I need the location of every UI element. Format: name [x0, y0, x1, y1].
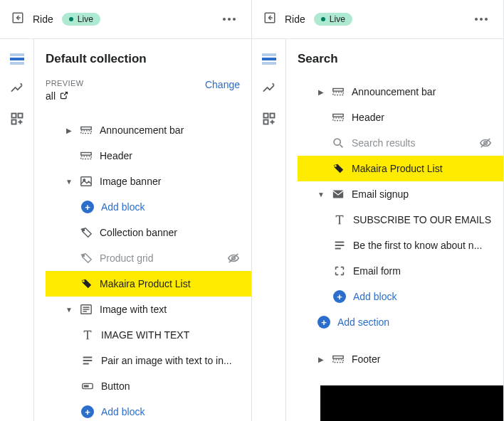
section-icon — [80, 149, 93, 162]
tree-item[interactable]: ▼Email signup — [298, 181, 503, 207]
svg-rect-5 — [81, 131, 91, 134]
theme-settings-icon[interactable] — [262, 82, 276, 96]
chevron-down-icon[interactable]: ▼ — [317, 191, 325, 198]
tree-item-label: Email signup — [352, 188, 492, 200]
tree-item[interactable]: ▶Search results — [298, 130, 503, 156]
hidden-icon[interactable] — [479, 137, 492, 149]
left-pane: RideLive Default collection PREVIEW all — [0, 0, 252, 421]
exit-icon[interactable] — [263, 11, 276, 27]
tree-item-label: Announcement bar — [100, 124, 240, 136]
svg-point-10 — [83, 229, 84, 230]
svg-rect-21 — [333, 89, 343, 92]
svg-rect-24 — [333, 118, 343, 121]
tree-item[interactable]: Pair an image with text to in... — [46, 348, 251, 373]
sections-icon[interactable] — [10, 52, 24, 66]
tree-item[interactable]: ▶Makaira Product List — [298, 156, 503, 181]
tree-item[interactable]: +Add block — [46, 194, 251, 220]
svg-rect-2 — [18, 114, 22, 118]
tree-item-label: Makaira Product List — [100, 278, 240, 289]
theme-title: Ride — [285, 14, 305, 25]
tree-item-label: Image with text — [100, 304, 240, 315]
right-tree-content[interactable]: Search ▶Announcement bar▶Header▶Search r… — [286, 39, 503, 421]
tree-item[interactable]: Be the first to know about n... — [298, 233, 503, 258]
chevron-right-icon[interactable]: ▶ — [317, 88, 325, 96]
theme-title: Ride — [33, 14, 53, 25]
tree-item[interactable]: ▶Announcement bar — [46, 117, 251, 143]
tree-item-label: Collection banner — [100, 227, 240, 238]
tree-item-label: Header — [100, 150, 240, 161]
sections-icon[interactable] — [262, 52, 276, 66]
text-block-icon — [80, 303, 93, 316]
preview-value[interactable]: all — [46, 90, 84, 102]
external-link-icon — [60, 90, 68, 102]
tree-item[interactable]: ▶Collection banner — [46, 220, 251, 245]
tree: ▶Announcement bar▶Header▶Search results▶… — [298, 79, 503, 372]
tree-item[interactable]: ▼Image banner — [46, 169, 251, 194]
tree-item[interactable]: ▶Footer — [298, 346, 503, 372]
svg-rect-19 — [270, 114, 274, 118]
chevron-right-icon[interactable]: ▶ — [65, 127, 73, 134]
tree-item[interactable]: Email form — [298, 258, 503, 284]
live-badge: Live — [314, 13, 352, 26]
tag-icon — [80, 226, 93, 239]
svg-rect-23 — [333, 114, 343, 117]
exit-icon[interactable] — [11, 11, 24, 27]
tree-item[interactable]: +Add block — [298, 284, 503, 309]
tree-item[interactable]: ▼Image with text — [46, 297, 251, 322]
svg-point-11 — [83, 255, 84, 256]
svg-rect-4 — [81, 127, 91, 130]
svg-rect-6 — [81, 153, 91, 156]
more-icon[interactable] — [471, 14, 492, 25]
tree-item-label: SUBSCRIBE TO OUR EMAILS — [353, 214, 492, 225]
theme-settings-icon[interactable] — [10, 82, 24, 96]
button-icon — [81, 380, 94, 393]
tag-icon — [80, 252, 93, 265]
section-icon — [332, 353, 345, 366]
svg-rect-22 — [333, 92, 343, 95]
left-tree-content[interactable]: Default collection PREVIEW all Change ▶A… — [34, 39, 251, 421]
tree-item[interactable]: ▶Makaira Product List — [46, 271, 251, 297]
svg-rect-18 — [263, 114, 268, 118]
tree-item-label: IMAGE WITH TEXT — [101, 329, 240, 341]
tag-solid-icon — [80, 277, 93, 290]
plus-icon: + — [333, 290, 346, 303]
plus-icon: + — [317, 316, 330, 329]
preview-row: PREVIEW all Change — [46, 79, 251, 102]
tree-item[interactable]: IMAGE WITH TEXT — [46, 322, 251, 348]
svg-rect-28 — [333, 191, 343, 198]
tree-item[interactable]: SUBSCRIBE TO OUR EMAILS — [298, 207, 503, 233]
mail-icon — [332, 188, 345, 201]
image-icon — [80, 175, 93, 188]
chevron-right-icon[interactable]: ▶ — [317, 356, 325, 363]
tree-item[interactable]: ▶Product grid — [46, 245, 251, 271]
tree-item[interactable]: ▶Announcement bar — [298, 79, 503, 105]
svg-point-13 — [83, 280, 85, 282]
tree-item[interactable]: ▶Header — [46, 143, 251, 169]
tree-item[interactable]: Button — [46, 373, 251, 399]
chevron-down-icon[interactable]: ▼ — [65, 178, 73, 186]
section-icon — [80, 124, 93, 137]
more-icon[interactable] — [219, 14, 240, 25]
tree-item-label: Image banner — [100, 176, 240, 187]
preview-label: PREVIEW — [46, 79, 84, 87]
chevron-down-icon[interactable]: ▼ — [65, 306, 73, 314]
tree-item[interactable]: +Add block — [46, 399, 251, 421]
change-link[interactable]: Change — [205, 79, 240, 90]
tree-item-label: Email form — [353, 265, 492, 277]
tree-item[interactable]: ▶Header — [298, 105, 503, 130]
tree-item-label: Search results — [352, 137, 472, 149]
section-icon — [332, 111, 345, 124]
lines-icon — [81, 354, 94, 367]
tree-item-label: Add block — [101, 406, 240, 417]
tree-item[interactable]: +Add section — [298, 309, 503, 335]
tree-item-label: Product grid — [100, 252, 220, 264]
app-embeds-icon[interactable] — [10, 112, 24, 126]
svg-point-27 — [335, 165, 337, 167]
live-badge: Live — [62, 13, 100, 26]
hidden-icon[interactable] — [227, 252, 240, 265]
T-icon — [81, 329, 94, 341]
app-embeds-icon[interactable] — [262, 112, 276, 126]
tree-item-label: Pair an image with text to in... — [101, 355, 240, 366]
plus-icon: + — [81, 405, 94, 418]
svg-rect-3 — [11, 120, 16, 124]
